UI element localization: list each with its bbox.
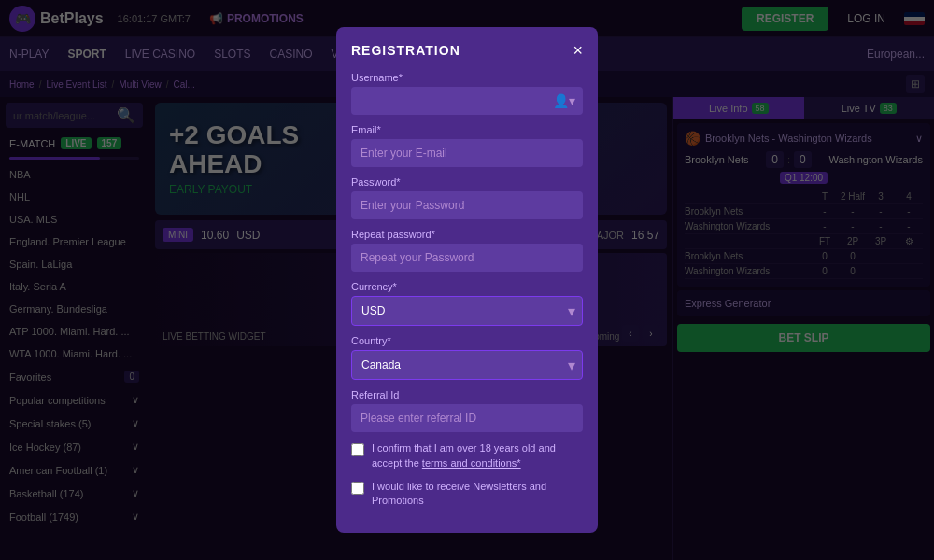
repeat-password-group: Repeat password*	[351, 229, 583, 272]
username-label: Username*	[351, 72, 583, 83]
currency-group: Currency* USD EUR GBP CAD	[351, 281, 583, 326]
country-select-wrapper: Canada United States United Kingdom Aust…	[351, 350, 583, 380]
referral-input[interactable]	[351, 404, 583, 432]
currency-label: Currency*	[351, 281, 583, 292]
repeat-password-label: Repeat password*	[351, 229, 583, 240]
currency-select-wrapper: USD EUR GBP CAD	[351, 296, 583, 326]
newsletter-label: I would like to receive Newsletters and …	[372, 480, 583, 509]
modal-header: REGISTRATION ×	[351, 42, 583, 59]
username-input[interactable]	[351, 87, 583, 115]
repeat-password-input[interactable]	[351, 244, 583, 272]
country-label: Country*	[351, 335, 583, 346]
username-group: Username* 👤▾	[351, 72, 583, 115]
email-input[interactable]	[351, 139, 583, 167]
terms-label: I confirm that I am over 18 years old an…	[372, 441, 583, 470]
email-group: Email*	[351, 124, 583, 167]
newsletter-checkbox[interactable]	[351, 482, 364, 495]
registration-modal: REGISTRATION × Username* 👤▾ Email* Passw…	[336, 27, 598, 533]
referral-label: Referral Id	[351, 389, 583, 400]
user-icon: 👤▾	[553, 93, 575, 108]
password-group: Password*	[351, 176, 583, 219]
country-group: Country* Canada United States United Kin…	[351, 335, 583, 380]
username-input-wrapper: 👤▾	[351, 87, 583, 115]
terms-checkbox-group: I confirm that I am over 18 years old an…	[351, 441, 583, 470]
terms-checkbox[interactable]	[351, 443, 364, 456]
referral-group: Referral Id	[351, 389, 583, 432]
terms-link[interactable]: terms and conditions*	[422, 457, 521, 469]
modal-overlay: REGISTRATION × Username* 👤▾ Email* Passw…	[0, 0, 934, 560]
modal-close-button[interactable]: ×	[573, 42, 583, 59]
password-input[interactable]	[351, 191, 583, 219]
modal-title: REGISTRATION	[351, 43, 460, 58]
currency-select[interactable]: USD EUR GBP CAD	[351, 296, 583, 326]
newsletter-checkbox-group: I would like to receive Newsletters and …	[351, 480, 583, 509]
password-label: Password*	[351, 176, 583, 188]
email-label: Email*	[351, 124, 583, 135]
country-select[interactable]: Canada United States United Kingdom Aust…	[351, 350, 583, 380]
